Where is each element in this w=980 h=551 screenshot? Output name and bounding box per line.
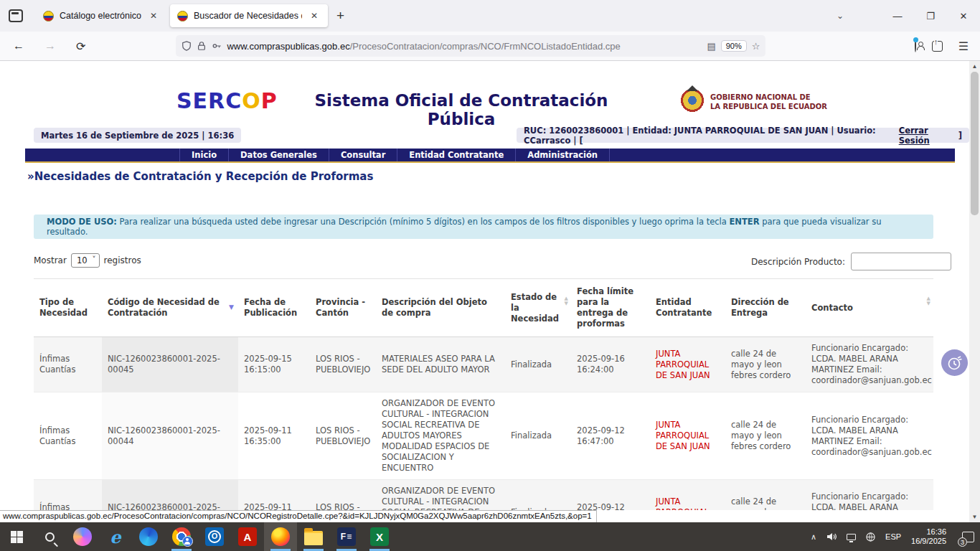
sort-icon[interactable]: ▲▼: [927, 296, 930, 306]
browser-toolbar: ← → ⟳ www.compraspublicas.gob.ec/Proceso…: [0, 32, 980, 61]
account-button[interactable]: [915, 39, 916, 52]
table-row: Ínfimas Cuantías NIC-1260023860001-2025-…: [34, 392, 933, 480]
sort-descending-icon[interactable]: ▼: [229, 302, 234, 313]
col-entidad[interactable]: Entidad Contratante: [650, 279, 725, 337]
share-icon[interactable]: [932, 41, 943, 52]
taskbar-search-button[interactable]: [33, 522, 66, 551]
col-fecha-limite[interactable]: Fecha límite para la entrega de proforma…: [571, 279, 650, 337]
col-fecha-publicacion[interactable]: Fecha de Publicación: [238, 279, 310, 337]
taskbar-edge-button[interactable]: [132, 522, 165, 551]
taskbar-firefox-button[interactable]: [264, 522, 297, 551]
taskbar-ie-button[interactable]: e: [99, 522, 132, 551]
nav-item-inicio[interactable]: Inicio: [179, 149, 228, 161]
screen: Catálogo electrónico ✕ Buscador de Neces…: [0, 0, 980, 551]
taskbar-acrobat-button[interactable]: A: [231, 522, 264, 551]
cell-contacto: Funcionario Encargado: LCDA. MABEL ARANA…: [806, 392, 933, 480]
hidden-icons-chevron[interactable]: ∧: [811, 532, 816, 542]
usage-text: Para realizar una búsqueda usted debe in…: [117, 217, 730, 227]
col-codigo[interactable]: Código de Necesidad de Contratación▼: [102, 279, 238, 337]
copilot-icon: [73, 527, 92, 546]
session-timer-widget[interactable]: [941, 349, 968, 376]
cell-fecha-limite: 2025-09-16 16:24:00: [571, 337, 650, 392]
page-size-select[interactable]: 10: [71, 253, 100, 268]
new-tab-button[interactable]: +: [328, 8, 353, 24]
cell-estado: Finalizada: [505, 337, 571, 392]
ecuador-favicon: [43, 11, 54, 22]
cell-fecha-publicacion: 2025-09-11 16:35:00: [238, 392, 310, 480]
taskbar-excel-button[interactable]: X: [363, 522, 396, 551]
hamburger-menu-icon[interactable]: ☰: [958, 39, 969, 53]
taskbar-outlook-button[interactable]: [198, 522, 231, 551]
url-path: /ProcesoContratacion/compras/NCO/FrmNCOL…: [350, 41, 621, 52]
cell-contacto: Funcionario Encargado: LCDA. MABEL ARANA…: [806, 480, 933, 511]
reload-button[interactable]: ⟳: [69, 37, 93, 56]
nav-item-consultar[interactable]: Consultar: [329, 149, 397, 161]
globe-icon[interactable]: [866, 532, 875, 542]
notification-badge: 3: [958, 537, 967, 547]
scroll-down-icon[interactable]: ▼: [969, 512, 980, 522]
tray-date: 16/9/2025: [911, 537, 946, 546]
sort-icon[interactable]: ▲▼: [565, 296, 568, 306]
firefox-view-icon[interactable]: [9, 9, 23, 22]
clock[interactable]: 16:36 16/9/2025: [911, 527, 946, 546]
excel-icon: X: [370, 527, 389, 546]
language-indicator[interactable]: ESP: [885, 532, 901, 541]
zoom-level-button[interactable]: 90%: [721, 40, 747, 52]
start-button[interactable]: [0, 522, 33, 551]
minimize-button[interactable]: —: [881, 1, 914, 30]
toolbar-right: ☰: [915, 39, 969, 53]
logo-p: P: [261, 88, 278, 113]
cell-direccion: calle 24 de mayo y leon febres cordero: [725, 337, 806, 392]
close-tab-icon[interactable]: ✕: [308, 9, 321, 22]
ecuador-favicon: [177, 11, 188, 22]
cell-estado: Finalizada: [505, 392, 571, 480]
col-estado[interactable]: Estado de la Necesidad▲▼: [505, 279, 571, 337]
col-contacto[interactable]: Contacto▲▼: [806, 279, 933, 337]
col-tipo[interactable]: Tipo de Necesidad: [34, 279, 102, 337]
page-scrollbar[interactable]: ▲ ▼: [969, 61, 980, 522]
forward-button[interactable]: →: [37, 37, 63, 55]
outlook-icon: [205, 527, 224, 546]
entity-link[interactable]: JUNTA PARROQUIAL DE SAN JUAN: [656, 420, 710, 451]
entity-link[interactable]: JUNTA PARROQUIAL DE SAN JUAN: [656, 349, 710, 380]
taskbar-explorer-button[interactable]: [297, 522, 330, 551]
tab-title: Catálogo electrónico: [60, 11, 141, 21]
cell-provincia: LOS RIOS - PUEBLOVIEJO: [310, 392, 376, 480]
close-tab-icon[interactable]: ✕: [147, 9, 160, 22]
tab-catalogo[interactable]: Catálogo electrónico ✕: [36, 4, 167, 27]
nav-item-administracion[interactable]: Administración: [515, 149, 610, 161]
taskbar-chrome-button[interactable]: [165, 522, 198, 551]
windows-logo-icon: [11, 531, 23, 543]
scroll-up-icon[interactable]: ▲: [969, 61, 980, 72]
status-bar: www.compraspublicas.gob.ec/ProcesoContra…: [0, 510, 597, 522]
back-button[interactable]: ←: [6, 37, 32, 55]
col-provincia[interactable]: Provincia - Cantón: [310, 279, 376, 337]
logo-serc: SERC: [176, 88, 242, 113]
close-button[interactable]: ✕: [947, 1, 980, 30]
datetime-bar: Martes 16 de Septiembre de 2025 | 16:36: [34, 128, 241, 143]
scroll-thumb[interactable]: [971, 72, 979, 215]
entity-link[interactable]: JUNTA PARROQUIAL DE SAN JUAN: [656, 496, 710, 510]
bookmark-star-icon[interactable]: ☆: [752, 41, 760, 52]
main-navigation: Inicio Datos Generales Consultar Entidad…: [25, 149, 955, 163]
col-descripcion[interactable]: Descripción del Objeto de compra: [376, 279, 505, 337]
description-filter-input[interactable]: [851, 253, 951, 270]
nav-item-entidad-contratante[interactable]: Entidad Contratante: [397, 149, 515, 161]
taskbar-copilot-button[interactable]: [66, 522, 99, 551]
taskbar-finance-app-button[interactable]: F≡: [330, 522, 363, 551]
nav-item-datos-generales[interactable]: Datos Generales: [228, 149, 329, 161]
address-bar[interactable]: www.compraspublicas.gob.ec/ProcesoContra…: [176, 35, 765, 57]
restore-button[interactable]: ❐: [914, 1, 947, 30]
col-direccion[interactable]: Dirección de Entrega: [725, 279, 806, 337]
notification-center-icon[interactable]: 3: [962, 532, 974, 542]
chrome-icon: [172, 527, 191, 546]
tab-buscador-active[interactable]: Buscador de Necesidades de Co ✕: [170, 4, 328, 27]
list-all-tabs-icon[interactable]: ⌄: [837, 11, 844, 21]
page-title: »Necesidades de Contratación y Recepción…: [27, 170, 373, 183]
logout-link[interactable]: Cerrar Sesión: [899, 126, 956, 146]
network-icon[interactable]: [847, 534, 856, 540]
sercop-logo: SERCOP: [176, 88, 278, 113]
reader-mode-icon[interactable]: ▤: [707, 41, 715, 52]
volume-icon[interactable]: [826, 532, 837, 541]
cell-direccion: calle 24 de mayo y leon febres cordero: [725, 480, 806, 511]
